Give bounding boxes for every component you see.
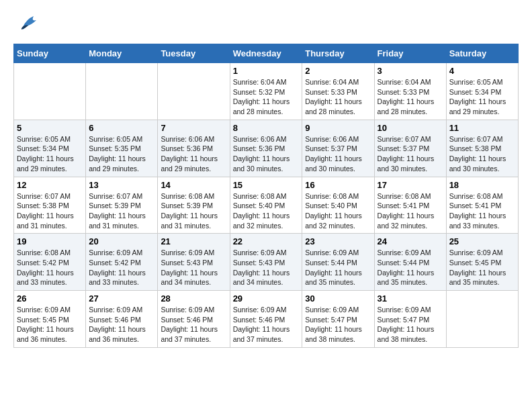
day-info: Sunrise: 6:09 AMSunset: 5:46 PMDaylight:… (89, 305, 154, 345)
calendar-cell: 4Sunrise: 6:05 AMSunset: 5:34 PMDaylight… (446, 63, 518, 120)
day-info: Sunrise: 6:09 AMSunset: 5:46 PMDaylight:… (233, 305, 300, 345)
day-info: Sunrise: 6:07 AMSunset: 5:38 PMDaylight:… (449, 134, 515, 174)
day-info: Sunrise: 6:09 AMSunset: 5:44 PMDaylight:… (378, 248, 443, 287)
calendar-cell (14, 63, 86, 120)
logo-bird-icon (17, 13, 39, 37)
weekday-header-monday: Monday (86, 44, 158, 63)
day-info: Sunrise: 6:09 AMSunset: 5:43 PMDaylight:… (233, 248, 300, 287)
day-number: 30 (305, 293, 371, 304)
day-info: Sunrise: 6:04 AMSunset: 5:32 PMDaylight:… (233, 77, 300, 117)
calendar-cell: 1Sunrise: 6:04 AMSunset: 5:32 PMDaylight… (230, 63, 302, 120)
calendar-cell: 2Sunrise: 6:04 AMSunset: 5:33 PMDaylight… (302, 63, 374, 120)
day-number: 5 (17, 123, 83, 133)
day-number: 24 (378, 236, 443, 246)
calendar-cell: 27Sunrise: 6:09 AMSunset: 5:46 PMDayligh… (86, 291, 158, 348)
day-number: 20 (89, 236, 154, 246)
calendar-cell: 30Sunrise: 6:09 AMSunset: 5:47 PMDayligh… (302, 291, 374, 348)
day-info: Sunrise: 6:07 AMSunset: 5:37 PMDaylight:… (378, 134, 443, 174)
day-number: 11 (449, 123, 515, 133)
calendar-cell: 21Sunrise: 6:09 AMSunset: 5:43 PMDayligh… (158, 234, 230, 291)
calendar-cell: 8Sunrise: 6:06 AMSunset: 5:36 PMDaylight… (230, 120, 302, 177)
day-number: 6 (89, 123, 154, 133)
day-number: 2 (305, 66, 371, 76)
day-number: 17 (378, 180, 443, 190)
day-number: 27 (89, 293, 154, 304)
calendar-table: SundayMondayTuesdayWednesdayThursdayFrid… (13, 44, 519, 348)
day-number: 15 (233, 180, 300, 190)
calendar-cell: 7Sunrise: 6:06 AMSunset: 5:36 PMDaylight… (158, 120, 230, 177)
day-info: Sunrise: 6:08 AMSunset: 5:39 PMDaylight:… (161, 191, 226, 231)
day-number: 1 (233, 66, 300, 76)
calendar-cell: 23Sunrise: 6:09 AMSunset: 5:44 PMDayligh… (302, 234, 374, 291)
calendar-cell: 24Sunrise: 6:09 AMSunset: 5:44 PMDayligh… (374, 234, 446, 291)
day-info: Sunrise: 6:07 AMSunset: 5:39 PMDaylight:… (89, 191, 154, 231)
calendar-cell: 20Sunrise: 6:09 AMSunset: 5:42 PMDayligh… (86, 234, 158, 291)
calendar-week-row: 5Sunrise: 6:05 AMSunset: 5:34 PMDaylight… (14, 120, 519, 177)
calendar-cell (446, 291, 518, 348)
day-info: Sunrise: 6:09 AMSunset: 5:47 PMDaylight:… (378, 305, 443, 345)
day-info: Sunrise: 6:08 AMSunset: 5:40 PMDaylight:… (305, 191, 371, 231)
calendar-cell (158, 63, 230, 120)
day-number: 26 (17, 293, 83, 304)
day-info: Sunrise: 6:08 AMSunset: 5:41 PMDaylight:… (449, 191, 515, 231)
day-number: 25 (449, 236, 515, 246)
day-info: Sunrise: 6:09 AMSunset: 5:43 PMDaylight:… (161, 248, 226, 287)
day-number: 9 (305, 123, 371, 133)
logo (13, 13, 39, 37)
day-number: 7 (161, 123, 226, 133)
calendar-cell: 17Sunrise: 6:08 AMSunset: 5:41 PMDayligh… (374, 177, 446, 234)
day-number: 13 (89, 180, 154, 190)
calendar-cell (86, 63, 158, 120)
day-info: Sunrise: 6:08 AMSunset: 5:42 PMDaylight:… (17, 248, 83, 287)
day-number: 14 (161, 180, 226, 190)
page-header (13, 13, 519, 37)
calendar-cell: 10Sunrise: 6:07 AMSunset: 5:37 PMDayligh… (374, 120, 446, 177)
day-info: Sunrise: 6:05 AMSunset: 5:34 PMDaylight:… (449, 77, 515, 117)
calendar-cell: 5Sunrise: 6:05 AMSunset: 5:34 PMDaylight… (14, 120, 86, 177)
day-info: Sunrise: 6:06 AMSunset: 5:36 PMDaylight:… (233, 134, 300, 174)
day-info: Sunrise: 6:09 AMSunset: 5:44 PMDaylight:… (305, 248, 371, 287)
day-number: 29 (233, 293, 300, 304)
day-number: 22 (233, 236, 300, 246)
day-info: Sunrise: 6:09 AMSunset: 5:47 PMDaylight:… (305, 305, 371, 345)
calendar-cell: 11Sunrise: 6:07 AMSunset: 5:38 PMDayligh… (446, 120, 518, 177)
calendar-cell: 31Sunrise: 6:09 AMSunset: 5:47 PMDayligh… (374, 291, 446, 348)
calendar-week-row: 26Sunrise: 6:09 AMSunset: 5:45 PMDayligh… (14, 291, 519, 348)
weekday-header-thursday: Thursday (302, 44, 374, 63)
day-number: 23 (305, 236, 371, 246)
day-info: Sunrise: 6:05 AMSunset: 5:35 PMDaylight:… (89, 134, 154, 174)
calendar-cell: 12Sunrise: 6:07 AMSunset: 5:38 PMDayligh… (14, 177, 86, 234)
day-info: Sunrise: 6:06 AMSunset: 5:36 PMDaylight:… (161, 134, 226, 174)
calendar-header-row: SundayMondayTuesdayWednesdayThursdayFrid… (14, 44, 519, 63)
day-info: Sunrise: 6:09 AMSunset: 5:45 PMDaylight:… (449, 248, 515, 287)
day-number: 10 (378, 123, 443, 133)
weekday-header-tuesday: Tuesday (158, 44, 230, 63)
day-number: 4 (449, 66, 515, 76)
day-number: 19 (17, 236, 83, 246)
day-number: 8 (233, 123, 300, 133)
calendar-cell: 16Sunrise: 6:08 AMSunset: 5:40 PMDayligh… (302, 177, 374, 234)
calendar-week-row: 19Sunrise: 6:08 AMSunset: 5:42 PMDayligh… (14, 234, 519, 291)
weekday-header-friday: Friday (374, 44, 446, 63)
calendar-cell: 15Sunrise: 6:08 AMSunset: 5:40 PMDayligh… (230, 177, 302, 234)
calendar-cell: 13Sunrise: 6:07 AMSunset: 5:39 PMDayligh… (86, 177, 158, 234)
day-info: Sunrise: 6:09 AMSunset: 5:45 PMDaylight:… (17, 305, 83, 345)
day-number: 21 (161, 236, 226, 246)
day-number: 16 (305, 180, 371, 190)
day-number: 12 (17, 180, 83, 190)
calendar-cell: 3Sunrise: 6:04 AMSunset: 5:33 PMDaylight… (374, 63, 446, 120)
calendar-cell: 22Sunrise: 6:09 AMSunset: 5:43 PMDayligh… (230, 234, 302, 291)
day-number: 18 (449, 180, 515, 190)
day-info: Sunrise: 6:06 AMSunset: 5:37 PMDaylight:… (305, 134, 371, 174)
day-info: Sunrise: 6:08 AMSunset: 5:41 PMDaylight:… (378, 191, 443, 231)
weekday-header-saturday: Saturday (446, 44, 518, 63)
weekday-header-wednesday: Wednesday (230, 44, 302, 63)
calendar-week-row: 1Sunrise: 6:04 AMSunset: 5:32 PMDaylight… (14, 63, 519, 120)
calendar-cell: 29Sunrise: 6:09 AMSunset: 5:46 PMDayligh… (230, 291, 302, 348)
day-number: 28 (161, 293, 226, 304)
calendar-week-row: 12Sunrise: 6:07 AMSunset: 5:38 PMDayligh… (14, 177, 519, 234)
calendar-cell: 6Sunrise: 6:05 AMSunset: 5:35 PMDaylight… (86, 120, 158, 177)
calendar-cell: 9Sunrise: 6:06 AMSunset: 5:37 PMDaylight… (302, 120, 374, 177)
calendar-cell: 14Sunrise: 6:08 AMSunset: 5:39 PMDayligh… (158, 177, 230, 234)
calendar-cell: 25Sunrise: 6:09 AMSunset: 5:45 PMDayligh… (446, 234, 518, 291)
